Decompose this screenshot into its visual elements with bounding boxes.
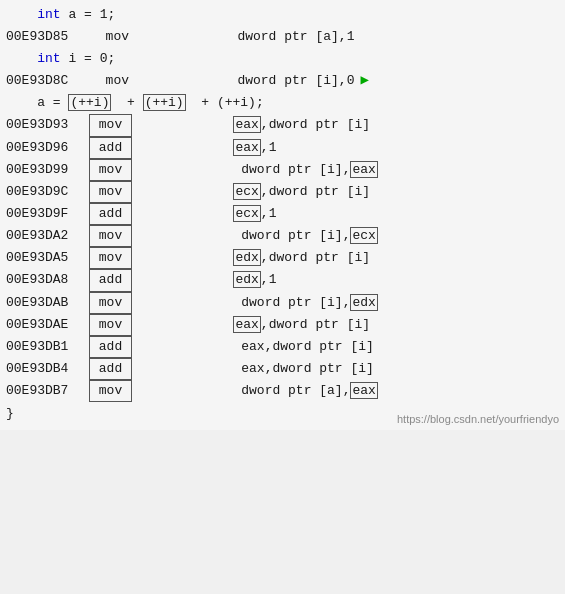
address: 00E93DB7: [6, 381, 86, 401]
operands: dword ptr [i],edx: [132, 293, 378, 313]
mnemonic-boxed: add: [89, 203, 132, 225]
arrow-icon: ▶: [360, 70, 368, 92]
address: 00E93D9F: [6, 204, 86, 224]
mnemonic-boxed: add: [89, 358, 132, 380]
code-text: int i = 0;: [6, 49, 115, 69]
code-line-2: 00E93D85 mov dword ptr [a],1: [0, 26, 565, 48]
address: 00E93DA5: [6, 248, 86, 268]
address: 00E93D93: [6, 115, 86, 135]
address: 00E93D9C: [6, 182, 86, 202]
operands: dword ptr [i],ecx: [132, 226, 378, 246]
code-container: int a = 1; 00E93D85 mov dword ptr [a],1 …: [0, 0, 565, 430]
address: 00E93D85: [6, 27, 86, 47]
code-line-13: 00E93DA8 add edx,1: [0, 269, 565, 291]
operands: eax,dword ptr [i]: [132, 337, 374, 357]
address: 00E93DA8: [6, 270, 86, 290]
code-line-4: 00E93D8C mov dword ptr [i],0 ▶: [0, 70, 565, 92]
code-line-8: 00E93D99 mov dword ptr [i],eax: [0, 159, 565, 181]
address: 00E93DB1: [6, 337, 86, 357]
mnemonic-boxed: mov: [89, 181, 132, 203]
address: 00E93D8C: [6, 71, 86, 91]
mnemonic-boxed: mov: [89, 247, 132, 269]
operands: dword ptr [i],0: [136, 71, 354, 91]
code-line-6: 00E93D93 mov eax,dword ptr [i]: [0, 114, 565, 136]
closing-bracket: }: [6, 404, 14, 424]
code-line-15: 00E93DAE mov eax,dword ptr [i]: [0, 314, 565, 336]
operands: edx,dword ptr [i]: [132, 248, 370, 268]
code-line-7: 00E93D96 add eax,1: [0, 137, 565, 159]
mnemonic-boxed: mov: [89, 380, 132, 402]
mnemonic: mov: [86, 71, 136, 91]
code-text: int a = 1;: [6, 5, 115, 25]
code-line-10: 00E93D9F add ecx,1: [0, 203, 565, 225]
code-line-17: 00E93DB4 add eax,dword ptr [i]: [0, 358, 565, 380]
address: 00E93DB4: [6, 359, 86, 379]
mnemonic-boxed: mov: [89, 292, 132, 314]
code-line-12: 00E93DA5 mov edx,dword ptr [i]: [0, 247, 565, 269]
address: 00E93DA2: [6, 226, 86, 246]
operands: eax,dword ptr [i]: [132, 359, 374, 379]
mnemonic: mov: [86, 27, 136, 47]
mnemonic-boxed: mov: [89, 159, 132, 181]
mnemonic-boxed: add: [89, 137, 132, 159]
operands: edx,1: [132, 270, 276, 290]
code-line-3: int i = 0;: [0, 48, 565, 70]
address: 00E93DAB: [6, 293, 86, 313]
address: 00E93D96: [6, 138, 86, 158]
mnemonic-boxed: mov: [89, 314, 132, 336]
operands: dword ptr [i],eax: [132, 160, 378, 180]
operands: ecx,dword ptr [i]: [132, 182, 370, 202]
mnemonic-boxed: add: [89, 336, 132, 358]
code-line-16: 00E93DB1 add eax,dword ptr [i]: [0, 336, 565, 358]
operands: eax,dword ptr [i]: [132, 315, 370, 335]
mnemonic-boxed: mov: [89, 225, 132, 247]
code-line-18: 00E93DB7 mov dword ptr [a],eax: [0, 380, 565, 402]
operands: dword ptr [a],1: [136, 27, 354, 47]
code-line-11: 00E93DA2 mov dword ptr [i],ecx: [0, 225, 565, 247]
code-line-9: 00E93D9C mov ecx,dword ptr [i]: [0, 181, 565, 203]
operands: dword ptr [a],eax: [132, 381, 378, 401]
operands: eax,1: [132, 138, 276, 158]
watermark: https://blog.csdn.net/yourfriendyo: [397, 411, 559, 428]
operands: ecx,1: [132, 204, 276, 224]
code-text: a = (++i) + (++i) + (++i);: [6, 93, 264, 113]
address: 00E93D99: [6, 160, 86, 180]
mnemonic-boxed: mov: [89, 114, 132, 136]
code-line-14: 00E93DAB mov dword ptr [i],edx: [0, 292, 565, 314]
code-line-5: a = (++i) + (++i) + (++i);: [0, 92, 565, 114]
address: 00E93DAE: [6, 315, 86, 335]
operands: eax,dword ptr [i]: [132, 115, 370, 135]
mnemonic-boxed: add: [89, 269, 132, 291]
code-line-1: int a = 1;: [0, 4, 565, 26]
